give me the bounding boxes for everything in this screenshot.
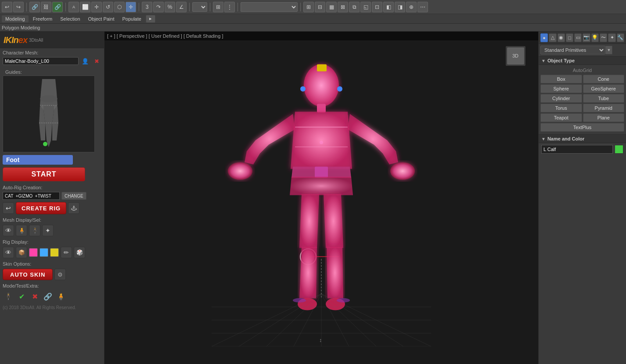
angle-button[interactable]: ∠ bbox=[176, 2, 187, 12]
transform-button[interactable]: ⬜ bbox=[80, 2, 90, 12]
rig-color-pink[interactable] bbox=[29, 248, 38, 257]
rig-type-input[interactable] bbox=[3, 192, 60, 200]
mirror-button[interactable]: ↷ bbox=[153, 2, 164, 12]
color-picker[interactable] bbox=[615, 145, 623, 154]
view-tool-2[interactable]: ⋮ bbox=[224, 2, 235, 12]
snap-button[interactable]: ✛ bbox=[126, 2, 136, 12]
menu-populate[interactable]: Populate bbox=[119, 15, 144, 22]
auto-skin-button[interactable]: AUTO SKIN bbox=[3, 269, 53, 280]
menu-object-paint[interactable]: Object Paint bbox=[85, 15, 118, 22]
obj-btn-geosphere[interactable]: GeoSphere bbox=[583, 84, 625, 93]
menu-icon-extra[interactable]: ▸ bbox=[146, 15, 155, 23]
layout-btn-10[interactable]: ⊕ bbox=[406, 2, 417, 12]
rig-pencil-icon[interactable]: ✏ bbox=[61, 247, 72, 258]
bind-button[interactable]: 🔗 bbox=[52, 2, 63, 12]
rt-btn-particle[interactable]: ✦ bbox=[608, 33, 615, 42]
char-mesh-input[interactable] bbox=[3, 57, 79, 65]
rig-display-row: 👁 📦 ✏ 🎲 bbox=[0, 245, 104, 259]
start-button[interactable]: START bbox=[3, 167, 85, 181]
obj-btn-sphere[interactable]: Sphere bbox=[540, 84, 582, 93]
rig-eye-icon[interactable]: 👁 bbox=[3, 247, 14, 258]
rig-figure-icon[interactable]: 🕹 bbox=[68, 202, 79, 214]
menu-freeform[interactable]: Freeform bbox=[29, 15, 56, 22]
rt-btn-tri[interactable]: △ bbox=[549, 33, 556, 42]
mode-stick-icon[interactable]: 🕴 bbox=[3, 291, 14, 302]
rt-btn-rect[interactable]: ▭ bbox=[574, 33, 582, 42]
link-button[interactable]: 🔗 bbox=[29, 2, 40, 12]
dropdown-arrow[interactable]: ▼ bbox=[605, 46, 612, 54]
layout-btn-2[interactable]: ⊟ bbox=[315, 2, 325, 12]
unlink-button[interactable]: ⛓ bbox=[41, 2, 51, 12]
obj-btn-cone[interactable]: Cone bbox=[583, 75, 625, 83]
name-input[interactable] bbox=[541, 145, 613, 154]
mode-check-icon[interactable]: ✔ bbox=[16, 291, 27, 302]
layout-btn-5[interactable]: ⧉ bbox=[349, 2, 360, 12]
rig-type-row: CHANGE bbox=[0, 191, 104, 201]
selection-dropdown[interactable]: Create Selection Se bbox=[241, 2, 298, 12]
layout-btn-8[interactable]: ◧ bbox=[383, 2, 394, 12]
pivot-button[interactable]: 3 bbox=[142, 2, 152, 12]
layout-btn-4[interactable]: ⊠ bbox=[338, 2, 348, 12]
layout-btn-7[interactable]: ⊡ bbox=[372, 2, 382, 12]
obj-btn-textplus[interactable]: TextPlus bbox=[540, 123, 624, 132]
layout-btn-11[interactable]: ⋯ bbox=[417, 2, 428, 12]
mesh-person-icon[interactable]: 🧍 bbox=[16, 225, 27, 236]
viewport[interactable]: [ + ] [ Perspective ] [ User Defined ] [… bbox=[104, 32, 538, 364]
obj-btn-tube[interactable]: Tube bbox=[583, 94, 625, 103]
layout-btn-9[interactable]: ◨ bbox=[395, 2, 405, 12]
rt-btn-cam[interactable]: 📷 bbox=[583, 33, 590, 42]
layout-btn-6[interactable]: ◱ bbox=[360, 2, 371, 12]
layout-btn-3[interactable]: ▦ bbox=[326, 2, 337, 12]
name-color-collapse-arrow: ▼ bbox=[541, 137, 546, 141]
obj-btn-plane[interactable]: Plane bbox=[583, 113, 625, 122]
mode-figure-icon[interactable]: 🧍 bbox=[55, 291, 67, 302]
polygon-modeling-bar: Polygon Modeling bbox=[0, 24, 626, 32]
name-color-label: Name and Color bbox=[547, 136, 584, 141]
rig-color-yellow[interactable] bbox=[50, 248, 59, 257]
mesh-figure-icon[interactable]: 🕴 bbox=[29, 225, 40, 236]
rt-btn-sphere[interactable]: ● bbox=[540, 33, 548, 42]
object-type-header[interactable]: ▼ Object Type bbox=[539, 56, 626, 65]
rt-btn-light[interactable]: 💡 bbox=[591, 33, 599, 42]
obj-btn-teapot[interactable]: Teapot bbox=[540, 113, 582, 122]
rig-color-cyan[interactable] bbox=[40, 248, 48, 257]
rt-btn-wave[interactable]: 〜 bbox=[600, 33, 607, 42]
create-rig-button[interactable]: CREATE RIG bbox=[16, 202, 66, 214]
obj-btn-pyramid[interactable]: Pyramid bbox=[583, 104, 625, 112]
menu-selection[interactable]: Selection bbox=[57, 15, 83, 22]
grid-svg: ↕ bbox=[212, 294, 431, 346]
percent-button[interactable]: % bbox=[165, 2, 175, 12]
skin-settings-icon[interactable]: ⚙ bbox=[54, 269, 66, 280]
redo-button[interactable]: ↪ bbox=[13, 2, 24, 12]
rt-btn-tool[interactable]: 🔧 bbox=[617, 33, 624, 42]
skin-options-label: Skin Options: bbox=[0, 259, 104, 267]
rt-btn-sphere2[interactable]: ◉ bbox=[558, 33, 565, 42]
grid-floor: ↕ bbox=[212, 294, 431, 346]
change-button[interactable]: CHANGE bbox=[61, 192, 86, 200]
layout-btn-1[interactable]: ⊞ bbox=[303, 2, 314, 12]
std-primitives-dropdown[interactable]: Standard Primitives bbox=[540, 46, 605, 54]
mode-x-icon[interactable]: ✖ bbox=[29, 291, 40, 302]
mesh-eye-icon[interactable]: 👁 bbox=[3, 225, 14, 236]
name-color-header[interactable]: ▼ Name and Color bbox=[539, 134, 626, 143]
mode-link-icon[interactable]: 🔗 bbox=[42, 291, 54, 302]
rt-btn-square[interactable]: □ bbox=[566, 33, 573, 42]
rotate-button[interactable]: ↺ bbox=[103, 2, 113, 12]
scale-button[interactable]: ⬡ bbox=[114, 2, 125, 12]
view-dropdown[interactable]: View bbox=[192, 2, 207, 12]
rig-cube-icon[interactable]: 🎲 bbox=[74, 247, 85, 258]
rig-undo-button[interactable]: ↩ bbox=[3, 202, 14, 214]
view-tool-1[interactable]: ⊞ bbox=[213, 2, 223, 12]
mesh-extra-icon[interactable]: ✦ bbox=[42, 225, 54, 236]
obj-btn-cylinder[interactable]: Cylinder bbox=[540, 94, 582, 103]
undo-button[interactable]: ↩ bbox=[2, 2, 12, 12]
select-button[interactable]: A bbox=[68, 2, 79, 12]
rig-box-icon[interactable]: 📦 bbox=[16, 247, 27, 258]
obj-btn-torus[interactable]: Torus bbox=[540, 104, 582, 112]
char-mesh-delete-icon[interactable]: ✖ bbox=[92, 57, 101, 65]
mesh-display-row: 👁 🧍 🕴 ✦ bbox=[0, 223, 104, 238]
obj-btn-box[interactable]: Box bbox=[540, 75, 582, 83]
menu-modeling[interactable]: Modeling bbox=[2, 15, 29, 22]
move-button[interactable]: ✛ bbox=[91, 2, 102, 12]
char-mesh-person-icon[interactable]: 👤 bbox=[80, 57, 90, 65]
